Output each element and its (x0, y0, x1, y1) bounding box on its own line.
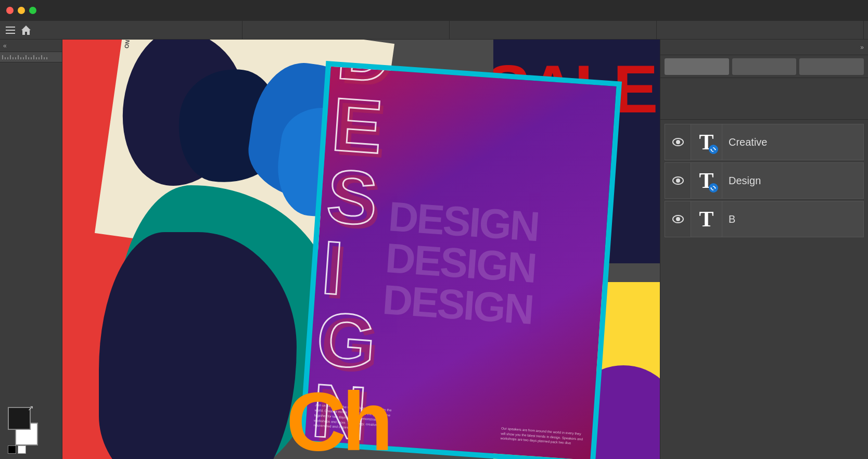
ruler-mark (20, 57, 21, 59)
ruler-mark (18, 55, 19, 59)
eye-icon (672, 214, 684, 224)
ruler-mark (23, 57, 24, 59)
layers-panel: T Creative (660, 120, 868, 459)
maximize-button[interactable] (29, 7, 36, 14)
layer-design[interactable]: T Design (665, 162, 864, 199)
layer-design-thumb: T (691, 163, 722, 198)
text-sync-icon-2: T (699, 170, 713, 192)
layer-b-name: B (722, 213, 863, 225)
ruler-mark (41, 55, 42, 59)
design-letter-E: E (329, 88, 380, 163)
default-background[interactable] (18, 445, 26, 454)
text-icon-plain: T (699, 207, 713, 232)
svg-point-5 (676, 140, 680, 144)
design-letter-S: S (325, 160, 376, 235)
layer-b-thumb: T (691, 201, 722, 237)
collapse-icon: « (3, 42, 7, 49)
eye-icon (672, 137, 684, 147)
design-letter-G: G (314, 303, 374, 379)
canvas-area[interactable]: ON WHILE GO DESIGN DESIGN DESIGN D E S (62, 40, 660, 459)
ruler-mark (2, 55, 3, 59)
default-foreground[interactable] (8, 445, 16, 454)
ruler-mark (5, 57, 6, 59)
eye-icon (672, 176, 684, 185)
sidebar-collapse-button[interactable]: « (0, 40, 62, 52)
panel-tabs (660, 55, 868, 78)
svg-marker-11 (710, 187, 711, 189)
vertical-text: ON WHILE GO (123, 40, 135, 49)
layer-design-name: Design (722, 175, 863, 187)
menu-hamburger-icon[interactable] (4, 24, 17, 36)
layer-creative-visibility[interactable] (665, 124, 691, 160)
orange-ch-text: Ch (286, 374, 389, 459)
panel-spacer (660, 78, 868, 120)
title-bar (0, 0, 868, 21)
svg-rect-1 (6, 30, 15, 31)
ruler-marks (2, 55, 47, 59)
ruler-mark (10, 55, 11, 59)
ruler-mark (36, 57, 37, 59)
layer-creative-thumb: T (691, 124, 722, 160)
svg-marker-10 (715, 187, 716, 189)
design-letters-container: D E S I G N (314, 74, 611, 407)
foreground-background-colors[interactable]: ↗ (8, 407, 39, 438)
menu-tab-1[interactable] (35, 21, 242, 39)
minimize-button[interactable] (18, 7, 25, 14)
main-layout: « (0, 40, 868, 459)
menu-bar (0, 21, 868, 40)
dark-navy-wave (99, 232, 297, 459)
svg-rect-2 (6, 33, 15, 34)
menu-tab-2[interactable] (242, 21, 450, 39)
ruler (0, 52, 62, 62)
foreground-color-box[interactable]: ↗ (8, 407, 31, 430)
panel-tab-2[interactable] (732, 58, 797, 75)
ruler-mark (12, 57, 14, 59)
layer-b-visibility[interactable] (665, 201, 691, 237)
svg-point-9 (676, 178, 680, 183)
layer-creative-name: Creative (722, 136, 863, 148)
right-panel-header: » (660, 40, 868, 55)
ruler-mark (25, 55, 27, 59)
ruler-mark (46, 57, 47, 59)
svg-marker-7 (710, 148, 711, 150)
ruler-mark (39, 57, 40, 59)
svg-marker-3 (21, 26, 31, 35)
menu-tabs (35, 21, 864, 39)
canvas-content: ON WHILE GO DESIGN DESIGN DESIGN D E S (62, 40, 660, 459)
panel-tab-1[interactable] (665, 58, 729, 75)
right-panel: » T (660, 40, 868, 459)
home-icon[interactable] (19, 23, 33, 37)
sync-badge (709, 145, 718, 154)
color-switch-icon[interactable]: ↗ (28, 404, 34, 412)
text-sync-icon: T (699, 131, 713, 153)
ruler-mark (15, 57, 16, 59)
layer-creative[interactable]: T Creative (665, 124, 864, 160)
expand-icon[interactable]: » (860, 44, 864, 51)
layer-b[interactable]: T B (665, 201, 864, 237)
svg-marker-6 (715, 148, 716, 150)
svg-rect-0 (6, 27, 15, 28)
menu-tab-4[interactable] (657, 21, 864, 39)
left-sidebar: « (0, 40, 62, 459)
svg-point-13 (676, 217, 680, 221)
ruler-mark (31, 57, 32, 59)
ruler-mark (28, 57, 29, 59)
close-button[interactable] (6, 7, 14, 14)
panel-tab-3[interactable] (799, 58, 864, 75)
sync-badge-2 (709, 183, 718, 193)
ruler-mark (7, 57, 8, 59)
color-tools: ↗ (8, 407, 39, 443)
layer-design-visibility[interactable] (665, 163, 691, 198)
ruler-mark (33, 55, 34, 59)
default-colors (8, 445, 26, 454)
menu-tab-3[interactable] (450, 21, 657, 39)
ruler-mark (44, 57, 45, 59)
